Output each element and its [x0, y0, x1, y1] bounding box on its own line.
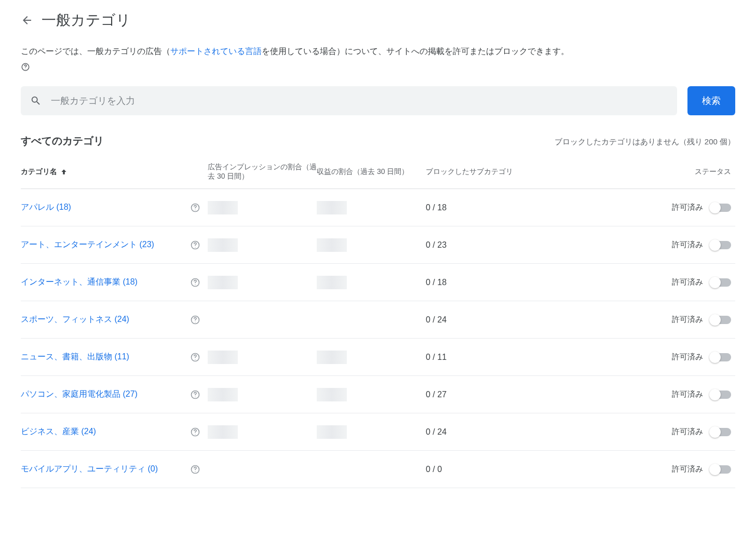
revenue-cell — [317, 388, 426, 401]
svg-point-9 — [195, 321, 195, 322]
status-text: 許可済み — [672, 203, 703, 212]
impressions-cell — [208, 351, 317, 364]
category-name-cell: アパレル (18) — [21, 202, 208, 213]
search-box[interactable] — [21, 86, 677, 115]
table-row: スポーツ、フィットネス (24)0 / 24許可済み — [21, 301, 735, 339]
status-cell: 許可済み — [556, 464, 735, 474]
impressions-cell — [208, 201, 317, 214]
blocked-subcategories-cell: 0 / 23 — [426, 240, 556, 250]
category-link[interactable]: ニュース、書籍、出版物 (11) — [21, 352, 129, 362]
category-link[interactable]: アート、エンターテインメント (23) — [21, 239, 154, 250]
status-toggle[interactable] — [710, 316, 731, 324]
row-help-icon[interactable] — [190, 277, 200, 288]
redacted-value — [317, 276, 347, 289]
blocked-subcategories-cell: 0 / 11 — [426, 353, 556, 362]
status-text: 許可済み — [672, 315, 703, 325]
row-help-icon[interactable] — [190, 203, 200, 213]
table-row: ビジネス、産業 (24)0 / 24許可済み — [21, 413, 735, 451]
search-button[interactable]: 検索 — [687, 86, 735, 115]
redacted-value — [317, 351, 347, 364]
status-toggle[interactable] — [710, 204, 731, 212]
page-description: このページでは、一般カテゴリの広告（サポートされている言語を使用している場合）に… — [21, 45, 735, 58]
description-after: を使用している場合）について、サイトへの掲載を許可またはブロックできます。 — [262, 47, 569, 56]
svg-point-13 — [195, 396, 195, 397]
category-name-cell: インターネット、通信事業 (18) — [21, 277, 208, 288]
status-cell: 許可済み — [556, 427, 735, 437]
blocked-count-info: ブロックしたカテゴリはありません（残り 200 個） — [555, 137, 735, 147]
redacted-value — [317, 388, 347, 401]
revenue-cell — [317, 276, 426, 289]
redacted-value — [208, 276, 238, 289]
row-help-icon[interactable] — [190, 464, 200, 475]
svg-point-15 — [195, 434, 195, 434]
status-toggle[interactable] — [710, 428, 731, 436]
status-toggle[interactable] — [710, 391, 731, 399]
row-help-icon[interactable] — [190, 240, 200, 250]
row-help-icon[interactable] — [190, 315, 200, 325]
row-help-icon[interactable] — [190, 352, 200, 362]
row-help-icon[interactable] — [190, 389, 200, 400]
table-row: モバイルアプリ、ユーティリティ (0)0 / 0許可済み — [21, 451, 735, 488]
table-row: アパレル (18)0 / 18許可済み — [21, 189, 735, 226]
status-text: 許可済み — [672, 240, 703, 250]
impressions-cell — [208, 388, 317, 401]
description-help-icon[interactable] — [21, 62, 30, 72]
row-help-icon[interactable] — [190, 427, 200, 437]
table-row: ニュース、書籍、出版物 (11)0 / 11許可済み — [21, 339, 735, 376]
status-cell: 許可済み — [556, 352, 735, 362]
category-link[interactable]: モバイルアプリ、ユーティリティ (0) — [21, 464, 158, 475]
svg-point-7 — [195, 284, 195, 285]
status-toggle[interactable] — [710, 278, 731, 287]
column-header-revenue[interactable]: 収益の割合（過去 30 日間） — [317, 167, 426, 177]
blocked-subcategories-cell: 0 / 0 — [426, 465, 556, 474]
table-row: パソコン、家庭用電化製品 (27)0 / 27許可済み — [21, 376, 735, 413]
status-cell: 許可済み — [556, 203, 735, 212]
status-text: 許可済み — [672, 352, 703, 362]
status-cell: 許可済み — [556, 389, 735, 399]
redacted-value — [208, 238, 238, 252]
blocked-subcategories-cell: 0 / 24 — [426, 315, 556, 325]
table-row: インターネット、通信事業 (18)0 / 18許可済み — [21, 264, 735, 301]
category-link[interactable]: ビジネス、産業 (24) — [21, 426, 96, 437]
page-title: 一般カテゴリ — [42, 10, 131, 30]
status-toggle[interactable] — [710, 353, 731, 361]
back-arrow-icon[interactable] — [21, 14, 33, 26]
redacted-value — [317, 238, 347, 252]
status-toggle[interactable] — [710, 241, 731, 249]
status-cell: 許可済み — [556, 277, 735, 287]
status-text: 許可済み — [672, 389, 703, 399]
revenue-cell — [317, 201, 426, 214]
impressions-cell — [208, 238, 317, 252]
column-header-impressions[interactable]: 広告インプレッションの割合（過去 30 日間） — [208, 163, 317, 181]
impressions-cell — [208, 276, 317, 289]
revenue-cell — [317, 351, 426, 364]
category-link[interactable]: インターネット、通信事業 (18) — [21, 277, 138, 288]
category-name-cell: ビジネス、産業 (24) — [21, 426, 208, 437]
column-header-status[interactable]: ステータス — [556, 167, 735, 177]
category-link[interactable]: アパレル (18) — [21, 202, 71, 213]
category-name-cell: スポーツ、フィットネス (24) — [21, 314, 208, 325]
column-header-name[interactable]: カテゴリ名 — [21, 167, 208, 177]
category-name-cell: ニュース、書籍、出版物 (11) — [21, 352, 208, 362]
category-link[interactable]: スポーツ、フィットネス (24) — [21, 314, 129, 325]
column-header-blocked-sub[interactable]: ブロックしたサブカテゴリ — [426, 167, 556, 177]
table-row: アート、エンターテインメント (23)0 / 23許可済み — [21, 226, 735, 264]
svg-point-11 — [195, 359, 195, 359]
redacted-value — [208, 201, 238, 214]
blocked-subcategories-cell: 0 / 27 — [426, 390, 556, 399]
sort-ascending-icon — [60, 168, 68, 176]
search-input[interactable] — [51, 96, 668, 106]
column-header-name-label: カテゴリ名 — [21, 167, 57, 177]
status-toggle[interactable] — [710, 465, 731, 474]
blocked-subcategories-cell: 0 / 18 — [426, 203, 556, 212]
description-before: このページでは、一般カテゴリの広告（ — [21, 47, 170, 56]
redacted-value — [208, 425, 238, 439]
revenue-cell — [317, 238, 426, 252]
redacted-value — [317, 425, 347, 439]
categories-table: カテゴリ名 広告インプレッションの割合（過去 30 日間） 収益の割合（過去 3… — [21, 157, 735, 488]
status-cell: 許可済み — [556, 315, 735, 325]
category-link[interactable]: パソコン、家庭用電化製品 (27) — [21, 389, 138, 400]
supported-languages-link[interactable]: サポートされている言語 — [170, 47, 262, 56]
redacted-value — [208, 388, 238, 401]
category-name-cell: モバイルアプリ、ユーティリティ (0) — [21, 464, 208, 475]
